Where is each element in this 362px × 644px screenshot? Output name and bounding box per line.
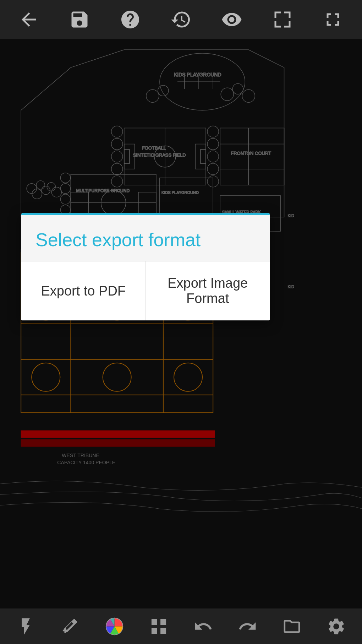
- export-dialog: Select export format Export to PDF Expor…: [21, 213, 270, 320]
- grid-button[interactable]: [145, 612, 173, 640]
- bottom-toolbar: [0, 608, 362, 644]
- dialog-overlay: Select export format Export to PDF Expor…: [0, 39, 362, 608]
- back-button[interactable]: [15, 5, 43, 34]
- quick-button[interactable]: [12, 612, 40, 640]
- color-button[interactable]: [100, 612, 129, 640]
- export-image-button[interactable]: Export Image Format: [146, 261, 270, 320]
- export-pdf-button[interactable]: Export to PDF: [21, 261, 146, 320]
- fullscreen-button[interactable]: [319, 5, 347, 34]
- settings-button[interactable]: [322, 612, 351, 640]
- history-button[interactable]: [167, 5, 195, 34]
- redo-button[interactable]: [234, 612, 262, 640]
- dialog-buttons: Export to PDF Export Image Format: [21, 261, 270, 320]
- help-button[interactable]: [116, 5, 144, 34]
- dialog-header: Select export format: [21, 215, 270, 261]
- undo-button[interactable]: [189, 612, 218, 640]
- dialog-title: Select export format: [35, 229, 256, 250]
- measure-button[interactable]: [56, 612, 84, 640]
- fit-button[interactable]: [268, 5, 297, 34]
- export-button[interactable]: [278, 612, 306, 640]
- save-button[interactable]: [65, 5, 94, 34]
- top-toolbar: [0, 0, 362, 39]
- view-button[interactable]: [218, 5, 246, 34]
